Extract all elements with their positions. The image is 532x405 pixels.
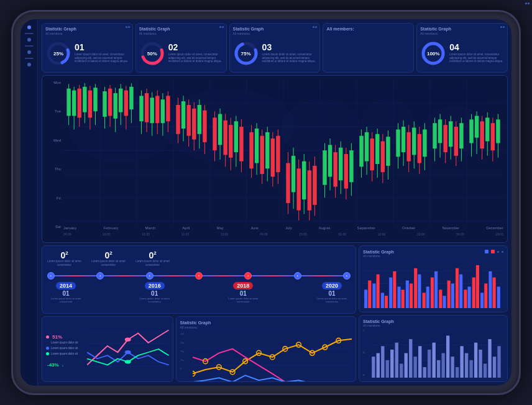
y-c: C	[363, 329, 370, 332]
svg-rect-204	[364, 289, 367, 308]
tl-num-1: 02	[60, 251, 68, 260]
tl-node-2019[interactable]: •	[294, 272, 301, 280]
time-1: 04:00	[63, 232, 71, 239]
donut-2: 50%	[139, 40, 165, 66]
svg-rect-66	[166, 96, 170, 121]
legend-dot-2	[46, 347, 49, 350]
stat-card-2-num: 02	[168, 43, 223, 52]
svg-rect-90	[239, 127, 243, 162]
tl-line-seg-5	[252, 275, 293, 276]
svg-rect-38	[83, 87, 86, 112]
sidebar-dot-4[interactable]	[27, 63, 31, 66]
tl-node-2015[interactable]: •	[96, 272, 104, 280]
legend-text-2: Lorem ipsum dolor sit	[51, 347, 78, 350]
stat-card-1: Statistic Graph All mentions: 25% 01	[42, 23, 133, 73]
svg-rect-232	[480, 293, 484, 308]
svg-rect-58	[145, 93, 149, 122]
svg-rect-82	[218, 114, 222, 145]
stat-card-1-subtitle: All mentions:	[45, 32, 129, 35]
sidebar-dot-3[interactable]	[27, 50, 31, 54]
tl-bottom-num-2016: 01	[151, 291, 158, 297]
tl-node-2020[interactable]: •	[343, 272, 351, 280]
corner-dot	[222, 26, 224, 28]
svg-rect-112	[308, 170, 311, 210]
mlc-body: 100 75y 50y 25y 0	[180, 332, 352, 378]
svg-rect-102	[276, 136, 280, 172]
svg-rect-48	[113, 93, 117, 119]
bar-chart-bottom-title: Statistic Graph	[363, 319, 394, 324]
tl-node-2017[interactable]: •	[195, 272, 203, 280]
stat-card-3-desc: Lorem ipsum dolor sit amet, consectetur …	[262, 53, 317, 64]
svg-rect-78	[203, 111, 206, 142]
legend-blue	[485, 250, 488, 253]
stat-card-3-num: 03	[262, 43, 317, 52]
stat-card-3: Statistic Graph All mentions: 75% 03	[229, 23, 321, 73]
svg-rect-132	[370, 139, 374, 170]
mlc-y-100: 100	[180, 332, 193, 335]
donut-3-label: 75%	[241, 50, 251, 56]
tl-line-seg-4	[203, 275, 244, 276]
svg-rect-32	[66, 89, 70, 116]
stat-card-3-corner	[313, 26, 317, 28]
month-sep: September	[357, 226, 375, 232]
tl-year-2018: 2018	[233, 282, 253, 289]
sidebar-dot-1[interactable]	[27, 25, 31, 29]
bar-chart-top-title-group: Statistic Graph All mentions:	[363, 250, 394, 258]
svg-point-181	[125, 360, 131, 363]
legend-text-3: Lorem ipsum dolor sit	[51, 352, 78, 355]
svg-rect-234	[488, 271, 492, 308]
svg-rect-166	[475, 116, 479, 138]
bar-chart-top-header: Statistic Graph All mentions:	[363, 250, 503, 258]
legend-item-3: Lorem ipsum dolor sit	[46, 352, 83, 355]
tl-node-2018[interactable]: •	[244, 272, 252, 280]
svg-rect-126	[349, 150, 353, 182]
svg-point-180	[125, 350, 131, 354]
svg-rect-158	[449, 121, 452, 147]
tl-line-seg-2	[104, 275, 145, 276]
tl-year-2020: 2020	[322, 282, 342, 289]
tl-item-3: 02 Lorem ipsum dolor sit amet consectetu…	[135, 251, 170, 267]
svg-rect-244	[386, 360, 389, 378]
svg-rect-134	[375, 134, 379, 164]
sidebar-dot-2[interactable]	[27, 38, 31, 42]
legend-dot-1	[46, 335, 49, 339]
svg-rect-243	[381, 346, 384, 378]
svg-rect-222	[439, 289, 442, 308]
tl-node-2014[interactable]: •	[47, 272, 55, 280]
svg-rect-50	[119, 89, 122, 112]
svg-rect-152	[433, 123, 436, 148]
corner-dot	[313, 26, 314, 28]
bar-chart-bottom-subtitle: All mentions:	[363, 324, 394, 327]
svg-rect-249	[409, 339, 412, 378]
legend-pct-1: 51%	[52, 334, 62, 340]
svg-rect-218	[423, 293, 426, 308]
time-9: 11:00	[378, 232, 386, 239]
svg-rect-254	[433, 343, 436, 378]
tl-node-2016[interactable]: •	[146, 272, 154, 280]
svg-rect-40	[88, 91, 92, 118]
bar-chart-bottom-header: Statistic Graph All mentions:	[363, 319, 503, 327]
svg-rect-261	[465, 353, 468, 378]
donut-1-label: 25%	[53, 50, 63, 56]
svg-rect-220	[431, 278, 434, 308]
bar-chart-bottom-svg	[370, 329, 503, 378]
svg-rect-44	[103, 91, 106, 117]
tl-num-3: 02	[149, 251, 156, 260]
tablet-frame: Statistic Graph All mentions: 25% 01	[11, 10, 521, 395]
svg-rect-146	[412, 128, 416, 155]
month-jul: July	[285, 226, 292, 232]
svg-rect-144	[406, 132, 410, 162]
svg-rect-268	[497, 346, 500, 378]
time-6: 04:00	[260, 232, 268, 239]
svg-rect-250	[414, 357, 417, 378]
tl-bottom-text-2018: Lorem ipsum dolor sit amet consectetur	[226, 297, 260, 303]
svg-rect-64	[161, 99, 165, 123]
stat-card-2-title: Statistic Graph	[139, 27, 223, 31]
svg-rect-108	[296, 168, 300, 210]
timeline-items-top: 02 Lorem ipsum dolor sit amet consectetu…	[47, 251, 170, 267]
stat-card-2-subtitle: All mentions:	[139, 32, 223, 35]
svg-rect-160	[454, 127, 458, 156]
svg-rect-210	[389, 278, 392, 308]
month-aug: August	[319, 226, 331, 232]
timeline-bottom: 2014 01 Lorem ipsum dolor sit amet conse…	[47, 282, 351, 303]
